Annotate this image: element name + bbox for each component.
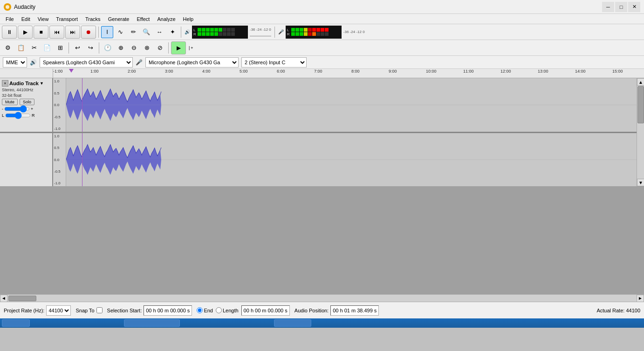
select-tool-button[interactable]: I <box>101 26 113 38</box>
scroll-track-v[interactable] <box>637 86 644 179</box>
multi-tool-button[interactable]: ✦ <box>166 26 178 38</box>
taskbar-item-2[interactable] <box>124 319 180 327</box>
all-tracks: × Audio Track ▼ Stereo, 44100Hz 32-bit f… <box>0 78 637 186</box>
window-title: Audacity <box>14 4 35 10</box>
pan-slider[interactable] <box>5 113 31 118</box>
snap-to-checkbox[interactable] <box>96 307 103 313</box>
toolbar-row1: ⏸ ▶ ■ ⏮ ⏭ ⏺ I ∿ ✏ 🔍 ↔ ✦ 🔊 L R <box>0 24 644 40</box>
menu-analyze[interactable]: Analyze <box>153 15 179 23</box>
horizontal-scrollbar[interactable]: ◄ ► <box>0 294 644 302</box>
zoom-in-button[interactable]: 🔍 <box>140 26 152 38</box>
length-radio[interactable] <box>216 307 222 313</box>
output-meter[interactable]: L R <box>192 26 248 39</box>
solo-button[interactable]: Solo <box>20 99 34 105</box>
input-meter-r: R <box>287 32 340 36</box>
taskbar-item-3[interactable] <box>274 319 311 327</box>
end-value[interactable]: 00 h 00 m 00.000 s <box>241 305 290 316</box>
mute-button[interactable]: Mute <box>2 99 18 105</box>
scale2-m05: -0.5 <box>54 169 65 174</box>
mic-icon: 🎤 <box>136 59 143 66</box>
scroll-track-h[interactable] <box>8 296 636 301</box>
skip-back-button[interactable]: ⏮ <box>49 26 64 39</box>
ruler-label: 15:00 <box>612 69 623 74</box>
menu-help[interactable]: Help <box>179 15 198 23</box>
waveform-ch1[interactable]: 1.0 0.5 0.0 -0.5 -1.0 <box>53 78 637 132</box>
end-length-group: End Length 00 h 00 m 00.000 s <box>197 305 289 316</box>
menu-generate[interactable]: Generate <box>104 15 133 23</box>
selection-start-value[interactable]: 00 h 00 m 00.000 s <box>144 305 192 316</box>
track-close-button[interactable]: × <box>2 80 8 87</box>
input-meter-l: L <box>287 28 340 32</box>
settings-button[interactable]: ⚙ <box>2 42 14 54</box>
track-panel: × Audio Track ▼ Stereo, 44100Hz 32-bit f… <box>0 78 637 133</box>
scale-m05: -0.5 <box>54 115 65 119</box>
pause-button[interactable]: ⏸ <box>2 26 17 39</box>
zoom-select-button[interactable]: ⊗ <box>141 42 153 54</box>
redo-button[interactable]: ↪ <box>84 42 96 54</box>
menu-effect[interactable]: Effect <box>133 15 154 23</box>
snap-to-group: Snap To <box>75 307 102 313</box>
snap-to-label: Snap To <box>75 308 94 313</box>
paste-button[interactable]: 📄 <box>41 42 53 54</box>
audio-position-value[interactable]: 00 h 01 m 38.499 s <box>330 305 379 316</box>
separator3 <box>274 27 275 38</box>
volume-slider[interactable] <box>4 106 30 112</box>
end-radio[interactable] <box>197 307 203 313</box>
zoom-fit-button[interactable]: ⊞ <box>54 42 66 54</box>
clipboard-button[interactable]: 📋 <box>15 42 27 54</box>
project-rate-label: Project Rate (Hz): <box>4 308 44 313</box>
scroll-right-button[interactable]: ► <box>637 295 644 302</box>
waveform-ch2[interactable]: 1.0 0.5 0.0 -0.5 -1.0 <box>53 133 637 186</box>
menu-view[interactable]: View <box>34 15 53 23</box>
zoom-out-2-button[interactable]: ⊖ <box>128 42 140 54</box>
scroll-left-button[interactable]: ◄ <box>0 295 7 302</box>
output-device-select[interactable]: Speakers (Logitech G430 Gami <box>40 57 133 68</box>
separator4 <box>69 42 69 54</box>
minimize-button[interactable]: ─ <box>602 2 614 12</box>
play-green-button[interactable]: ▶ <box>171 41 186 54</box>
clock-button[interactable]: 🕐 <box>102 42 114 54</box>
input-meter[interactable]: L R <box>286 26 342 39</box>
project-rate-select[interactable]: 44100 <box>46 305 71 316</box>
maximize-button[interactable]: □ <box>615 2 627 12</box>
selection-start-label: Selection Start: <box>107 308 142 313</box>
zoom-out-button[interactable]: ↔ <box>153 26 165 38</box>
channels-select[interactable]: 2 (Stereo) Input C <box>241 57 307 68</box>
draw-tool-button[interactable]: ✏ <box>127 26 139 38</box>
scroll-down-button[interactable]: ▼ <box>637 179 644 186</box>
ruler-label: -1:00 <box>53 69 63 74</box>
vertical-scrollbar[interactable]: ▲ ▼ <box>637 78 644 186</box>
menu-edit[interactable]: Edit <box>18 15 34 23</box>
scroll-thumb-v[interactable] <box>637 86 644 123</box>
record-button[interactable]: ⏺ <box>81 26 96 39</box>
waveform-svg-ch2 <box>66 133 637 186</box>
play-button[interactable]: ▶ <box>18 26 33 39</box>
scroll-thumb-h[interactable] <box>8 296 36 301</box>
host-select[interactable]: MME <box>3 57 27 68</box>
menu-tracks[interactable]: Tracks <box>82 15 104 23</box>
ruler-label: 1:00 <box>90 69 99 74</box>
output-meter-r: R <box>193 32 247 36</box>
ruler-label: 4:00 <box>202 69 211 74</box>
zoom-in-2-button[interactable]: ⊕ <box>115 42 127 54</box>
scroll-up-button[interactable]: ▲ <box>637 78 644 86</box>
cut-button[interactable]: ✂ <box>28 42 40 54</box>
stop-button[interactable]: ■ <box>34 26 48 39</box>
menu-transport[interactable]: Transport <box>52 15 82 23</box>
menu-file[interactable]: File <box>2 15 18 23</box>
taskbar-item-1[interactable] <box>2 319 30 327</box>
output-meter-l: L <box>193 28 247 32</box>
ruler-label: 6:00 <box>277 69 285 74</box>
track-panel-ch2: 1.0 0.5 0.0 -0.5 -1.0 <box>0 133 637 186</box>
envelope-tool-button[interactable]: ∿ <box>114 26 126 38</box>
close-button[interactable]: ✕ <box>628 2 640 12</box>
input-device-select[interactable]: Microphone (Logitech G430 Ga <box>145 57 239 68</box>
menu-bar: File Edit View Transport Tracks Generate… <box>0 14 644 24</box>
undo-button[interactable]: ↩ <box>71 42 83 54</box>
skip-fwd-button[interactable]: ⏭ <box>65 26 80 39</box>
actual-rate-group: Actual Rate: 44100 <box>596 308 640 313</box>
track-dropdown-icon[interactable]: ▼ <box>40 81 44 86</box>
timeline-ruler: -1:00 1:00 2:00 3:00 4:00 5:00 6:00 7:00… <box>0 69 644 78</box>
zoom-all-button[interactable]: ⊘ <box>154 42 166 54</box>
speaker-icon: 🔊 <box>30 59 37 66</box>
